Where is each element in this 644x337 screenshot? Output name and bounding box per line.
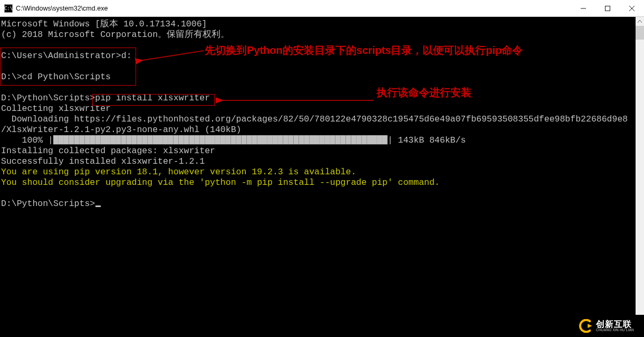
progress-pct: 100% | [1, 135, 53, 145]
success-line: Successfully installed xlsxwriter-1.2.1 [1, 156, 205, 166]
watermark-logo-icon [579, 319, 593, 333]
cmd-2: cd Python\Scripts [22, 72, 111, 82]
installing-line: Installing collected packages: xlsxwrite… [1, 146, 215, 156]
collecting-line: Collecting xlsxwriter [1, 104, 111, 114]
download-line-1: Downloading https://files.pythonhosted.o… [1, 114, 628, 124]
maximize-button[interactable] [595, 0, 620, 16]
version-line: Microsoft Windows [版本 10.0.17134.1006] [1, 19, 207, 29]
download-line-2: /XlsxWriter-1.2.1-py2.py3-none-any.whl (… [1, 125, 241, 135]
vertical-scrollbar[interactable] [636, 17, 644, 337]
close-icon [629, 6, 635, 11]
warn-line-1: You are using pip version 18.1, however … [1, 167, 356, 177]
terminal-output[interactable]: Microsoft Windows [版本 10.0.17134.1006] (… [0, 17, 636, 337]
prompt-4: D:\Python\Scripts> [1, 199, 95, 209]
cursor [95, 205, 101, 207]
watermark-cn: 创新互联 [596, 320, 634, 329]
cmd-1: d: [121, 51, 132, 61]
terminal-area: Microsoft Windows [版本 10.0.17134.1006] (… [0, 17, 644, 337]
watermark-en: CHUANG XIN HU LIAN [596, 329, 634, 332]
prompt-3: D:\Python\Scripts> [1, 93, 95, 103]
progress-suffix: | 143kB 846kB/s [388, 135, 466, 145]
scroll-thumb[interactable] [636, 26, 644, 40]
window-titlebar: C:\ C:\Windows\system32\cmd.exe [0, 0, 644, 17]
warn-line-2: You should consider upgrading via the 'p… [1, 177, 440, 188]
cmd-app-icon: C:\ [4, 4, 13, 13]
maximize-icon [605, 6, 610, 11]
window-controls [571, 0, 644, 16]
prompt-2: D:\> [1, 72, 22, 82]
progress-bar: ████████████████████████████████████████… [53, 135, 388, 145]
chevron-up-icon [638, 20, 642, 23]
watermark-text: 创新互联 CHUANG XIN HU LIAN [596, 320, 634, 332]
watermark: 创新互联 CHUANG XIN HU LIAN [569, 315, 644, 337]
cmd-3: pip install xlsxwriter [95, 93, 210, 103]
svg-marker-8 [588, 324, 592, 328]
svg-rect-1 [605, 6, 610, 11]
window-title: C:\Windows\system32\cmd.exe [16, 5, 571, 12]
scroll-up-arrow[interactable] [636, 17, 644, 26]
close-button[interactable] [620, 0, 644, 16]
minimize-icon [581, 6, 586, 11]
prompt-1: C:\Users\Administrator> [1, 51, 121, 61]
minimize-button[interactable] [571, 0, 595, 16]
copyright-line: (c) 2018 Microsoft Corporation。保留所有权利。 [1, 30, 229, 40]
